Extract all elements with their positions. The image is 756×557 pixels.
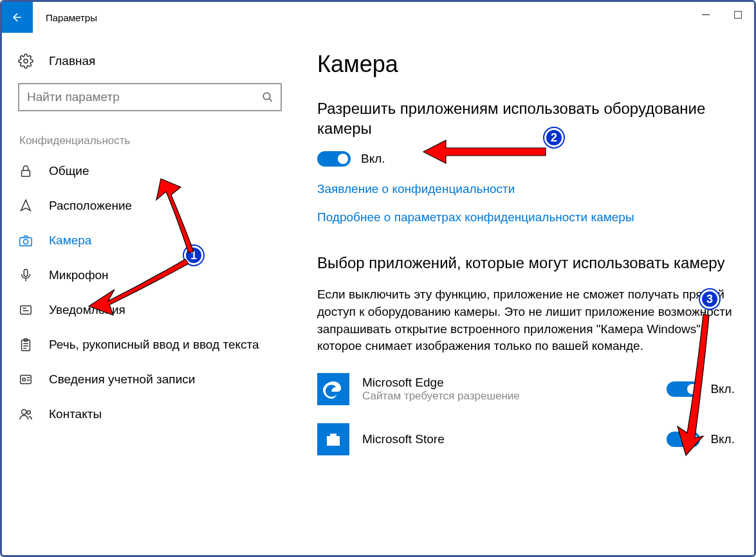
camera-icon	[18, 233, 33, 248]
svg-rect-1	[735, 12, 742, 19]
sidebar-item-label: Уведомления	[49, 303, 125, 317]
svg-point-13	[23, 378, 26, 381]
svg-point-14	[22, 410, 26, 414]
account-icon	[18, 372, 33, 387]
svg-rect-16	[329, 439, 333, 441]
sidebar-item-speech[interactable]: Речь, рукописный ввод и ввод текста	[18, 327, 291, 362]
minimize-icon	[702, 11, 710, 19]
contacts-icon	[18, 406, 33, 422]
sidebar-item-camera[interactable]: Камера	[18, 223, 291, 258]
main-panel: Камера Разрешить приложениям использоват…	[298, 33, 754, 555]
store-icon	[317, 423, 349, 455]
sidebar-item-general[interactable]: Общие	[18, 154, 291, 188]
maximize-icon	[734, 11, 742, 19]
privacy-statement-link[interactable]: Заявление о конфиденциальности	[317, 182, 735, 196]
sidebar-item-contacts[interactable]: Контакты	[18, 397, 291, 432]
arrow-left-icon	[11, 11, 24, 24]
sidebar-item-location[interactable]: Расположение	[18, 188, 291, 223]
location-icon	[18, 198, 33, 214]
app-name: Microsoft Edge	[362, 376, 667, 390]
app-edge-toggle[interactable]	[667, 381, 700, 397]
search-box[interactable]	[18, 83, 282, 111]
sidebar: Главная Конфиденциальность Общие Располо…	[2, 33, 298, 555]
svg-rect-19	[334, 442, 337, 444]
maximize-button[interactable]	[722, 2, 754, 28]
svg-rect-0	[702, 14, 710, 15]
sidebar-home[interactable]: Главная	[18, 46, 291, 83]
choose-apps-description: Если выключить эту функцию, приложение н…	[317, 286, 735, 356]
sidebar-home-label: Главная	[49, 54, 95, 68]
page-heading: Камера	[317, 51, 735, 78]
allow-apps-heading: Разрешить приложениям использовать обору…	[317, 98, 735, 138]
microphone-icon	[18, 268, 33, 283]
sidebar-category: Конфиденциальность	[18, 134, 291, 147]
choose-apps-heading: Выбор приложений, которые могут использо…	[317, 253, 735, 273]
svg-rect-17	[334, 439, 337, 441]
gear-icon	[18, 53, 33, 69]
svg-point-2	[24, 59, 28, 63]
sidebar-item-label: Речь, рукописный ввод и ввод текста	[49, 338, 259, 352]
lock-icon	[18, 163, 33, 179]
svg-point-15	[27, 411, 31, 415]
clipboard-icon	[18, 337, 33, 352]
svg-rect-8	[24, 269, 28, 277]
svg-rect-6	[20, 237, 32, 246]
sidebar-item-label: Расположение	[49, 199, 132, 213]
sidebar-item-label: Камера	[49, 233, 91, 248]
app-sub: Сайтам требуется разрешение	[362, 390, 667, 403]
svg-rect-18	[329, 442, 333, 444]
privacy-more-link[interactable]: Подробнее о параметрах конфиденциальност…	[317, 210, 735, 224]
svg-rect-9	[21, 306, 32, 315]
sidebar-item-label: Микрофон	[49, 268, 109, 282]
sidebar-item-notifications[interactable]: Уведомления	[18, 293, 291, 327]
search-input[interactable]	[19, 90, 255, 104]
notifications-icon	[18, 302, 33, 318]
sidebar-item-label: Общие	[49, 164, 89, 178]
allow-apps-toggle-label: Вкл.	[361, 152, 385, 166]
back-button[interactable]	[2, 2, 33, 33]
search-icon	[262, 91, 273, 103]
window-controls	[690, 2, 754, 28]
sidebar-item-account[interactable]: Сведения учетной записи	[18, 362, 291, 397]
svg-point-7	[23, 239, 28, 244]
app-edge-toggle-label: Вкл.	[710, 382, 735, 396]
sidebar-item-label: Сведения учетной записи	[49, 372, 195, 387]
sidebar-item-microphone[interactable]: Микрофон	[18, 258, 291, 293]
window-title: Параметры	[46, 12, 97, 23]
minimize-button[interactable]	[690, 2, 722, 28]
app-name: Microsoft Store	[362, 432, 667, 446]
sidebar-item-label: Контакты	[49, 407, 102, 421]
edge-icon	[317, 373, 349, 405]
app-store-toggle-label: Вкл.	[710, 432, 735, 446]
svg-line-4	[269, 98, 272, 102]
app-row-edge: Microsoft Edge Сайтам требуется разрешен…	[317, 373, 735, 405]
app-store-toggle[interactable]	[667, 432, 700, 447]
titlebar: Параметры	[2, 2, 754, 33]
svg-rect-5	[22, 170, 30, 176]
svg-point-3	[263, 93, 270, 100]
app-row-store: Microsoft Store Вкл.	[317, 423, 735, 455]
search-button[interactable]	[255, 91, 281, 103]
allow-apps-toggle-row: Вкл.	[317, 151, 735, 167]
allow-apps-toggle[interactable]	[317, 151, 351, 167]
